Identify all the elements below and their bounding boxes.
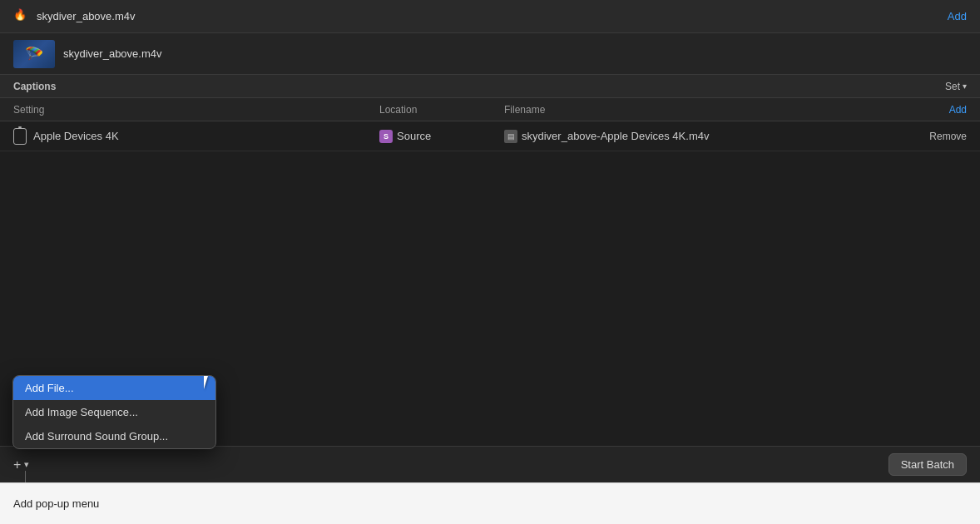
add-arrow-button[interactable]: ▾	[24, 459, 29, 470]
empty-content-area	[0, 151, 980, 368]
title-bar-left: 🔥 skydiver_above.m4v	[13, 8, 136, 25]
thumbnail-image: 🪂	[13, 40, 55, 68]
app-icon: 🔥	[13, 8, 30, 25]
set-label: Set	[945, 81, 960, 92]
bottom-bar: + ▾ Start Batch	[0, 446, 980, 482]
captions-header: Captions Set ▾	[0, 75, 980, 98]
file-row: 🪂 skydiver_above.m4v	[0, 33, 980, 75]
popup-item-add-file[interactable]: Add File...	[13, 376, 215, 400]
location-value: Source	[397, 130, 431, 142]
add-popup-menu: Add File... Add Image Sequence... Add Su…	[12, 375, 216, 449]
col-header-filename: Filename	[504, 104, 900, 116]
tooltip-label-bar: Add pop-up menu	[0, 482, 980, 524]
column-headers: Setting Location Filename Add	[0, 98, 980, 121]
popup-item-add-image-sequence[interactable]: Add Image Sequence...	[13, 400, 215, 424]
cell-setting: Apple Devices 4K	[13, 128, 379, 145]
set-chevron-icon: ▾	[963, 82, 967, 91]
set-button[interactable]: Set ▾	[945, 81, 967, 92]
device-icon	[13, 128, 27, 145]
tooltip-text: Add pop-up menu	[13, 497, 99, 510]
cell-location: S Source	[379, 130, 504, 143]
cell-filename: ▤ skydiver_above-Apple Devices 4K.m4v	[504, 130, 900, 143]
remove-button[interactable]: Remove	[900, 131, 967, 142]
title-bar-title: skydiver_above.m4v	[37, 10, 136, 22]
popup-item-add-surround-sound[interactable]: Add Surround Sound Group...	[13, 424, 215, 448]
setting-value: Apple Devices 4K	[33, 130, 119, 142]
start-batch-button[interactable]: Start Batch	[888, 453, 967, 476]
location-badge-icon: S	[379, 130, 393, 143]
file-thumbnail: 🪂	[13, 40, 55, 68]
skydiver-icon: 🪂	[25, 45, 43, 63]
add-plus-button[interactable]: +	[13, 458, 24, 472]
captions-label: Captions	[13, 81, 56, 92]
table-row: Apple Devices 4K S Source ▤ skydiver_abo…	[0, 121, 980, 151]
title-bar-add-button[interactable]: Add	[948, 10, 967, 22]
file-doc-icon: ▤	[504, 130, 517, 143]
col-add-button[interactable]: Add	[900, 104, 967, 116]
file-name: skydiver_above.m4v	[63, 47, 162, 60]
col-header-setting: Setting	[13, 104, 379, 116]
col-header-location: Location	[379, 104, 504, 116]
filename-value: skydiver_above-Apple Devices 4K.m4v	[522, 130, 709, 142]
add-button-group: + ▾	[13, 458, 29, 472]
title-bar: 🔥 skydiver_above.m4v Add	[0, 0, 980, 33]
tooltip-divider	[25, 471, 26, 482]
